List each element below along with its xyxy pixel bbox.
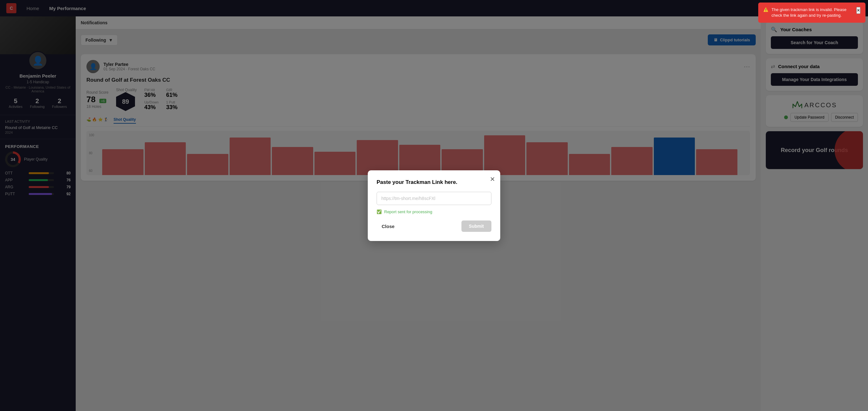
modal-overlay: Paste your Trackman Link here. ✕ ✅ Repor…: [0, 0, 868, 411]
modal-success-message: ✅ Report sent for processing: [377, 210, 491, 214]
toast-close-button[interactable]: ×: [856, 7, 861, 14]
toast-message: The given trackman link is invalid. Plea…: [772, 7, 853, 18]
trackman-link-input[interactable]: [377, 192, 491, 205]
toast-notification: ⚠️ The given trackman link is invalid. P…: [758, 2, 866, 23]
success-text: Report sent for processing: [384, 210, 432, 214]
trackman-modal: Paste your Trackman Link here. ✕ ✅ Repor…: [368, 170, 500, 241]
modal-close-button[interactable]: Close: [377, 220, 400, 232]
modal-submit-button[interactable]: Submit: [461, 220, 491, 232]
modal-close-x-button[interactable]: ✕: [490, 176, 495, 183]
success-check-icon: ✅: [377, 210, 382, 214]
modal-actions: Close Submit: [377, 220, 491, 232]
toast-warning-icon: ⚠️: [763, 7, 768, 12]
modal-title: Paste your Trackman Link here.: [377, 179, 491, 186]
